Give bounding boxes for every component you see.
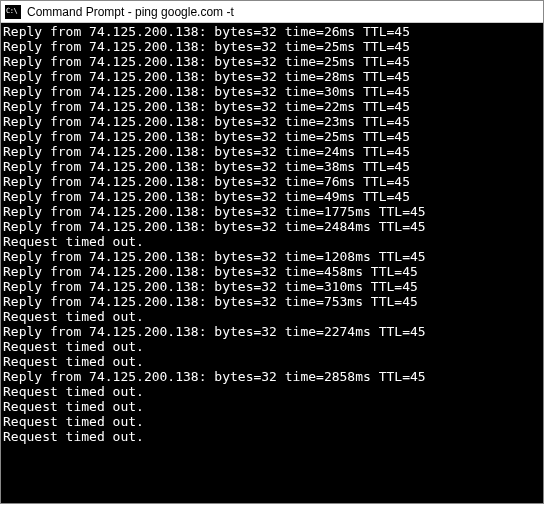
terminal-line: Reply from 74.125.200.138: bytes=32 time… [3, 204, 541, 219]
terminal-line: Reply from 74.125.200.138: bytes=32 time… [3, 54, 541, 69]
window-title: Command Prompt - ping google.com -t [27, 5, 234, 19]
command-prompt-window: Command Prompt - ping google.com -t Repl… [0, 0, 544, 504]
terminal-line: Reply from 74.125.200.138: bytes=32 time… [3, 369, 541, 384]
terminal-line: Reply from 74.125.200.138: bytes=32 time… [3, 249, 541, 264]
terminal-line: Request timed out. [3, 414, 541, 429]
terminal-line: Request timed out. [3, 384, 541, 399]
terminal-line: Reply from 74.125.200.138: bytes=32 time… [3, 69, 541, 84]
terminal-line: Reply from 74.125.200.138: bytes=32 time… [3, 159, 541, 174]
terminal-line: Reply from 74.125.200.138: bytes=32 time… [3, 84, 541, 99]
terminal-line: Reply from 74.125.200.138: bytes=32 time… [3, 39, 541, 54]
cmd-icon [5, 5, 21, 19]
terminal-line: Reply from 74.125.200.138: bytes=32 time… [3, 294, 541, 309]
terminal-line: Request timed out. [3, 309, 541, 324]
terminal-line: Request timed out. [3, 339, 541, 354]
terminal-line: Request timed out. [3, 234, 541, 249]
terminal-line: Reply from 74.125.200.138: bytes=32 time… [3, 219, 541, 234]
terminal-line: Request timed out. [3, 429, 541, 444]
terminal-line: Request timed out. [3, 354, 541, 369]
terminal-line: Reply from 74.125.200.138: bytes=32 time… [3, 114, 541, 129]
terminal-line: Reply from 74.125.200.138: bytes=32 time… [3, 264, 541, 279]
titlebar[interactable]: Command Prompt - ping google.com -t [1, 1, 543, 23]
terminal-line: Reply from 74.125.200.138: bytes=32 time… [3, 324, 541, 339]
terminal-line: Reply from 74.125.200.138: bytes=32 time… [3, 99, 541, 114]
terminal-output[interactable]: Reply from 74.125.200.138: bytes=32 time… [1, 23, 543, 503]
terminal-line: Reply from 74.125.200.138: bytes=32 time… [3, 129, 541, 144]
terminal-line: Reply from 74.125.200.138: bytes=32 time… [3, 189, 541, 204]
terminal-line: Request timed out. [3, 399, 541, 414]
terminal-line: Reply from 74.125.200.138: bytes=32 time… [3, 24, 541, 39]
terminal-line: Reply from 74.125.200.138: bytes=32 time… [3, 279, 541, 294]
terminal-line: Reply from 74.125.200.138: bytes=32 time… [3, 174, 541, 189]
terminal-line: Reply from 74.125.200.138: bytes=32 time… [3, 144, 541, 159]
